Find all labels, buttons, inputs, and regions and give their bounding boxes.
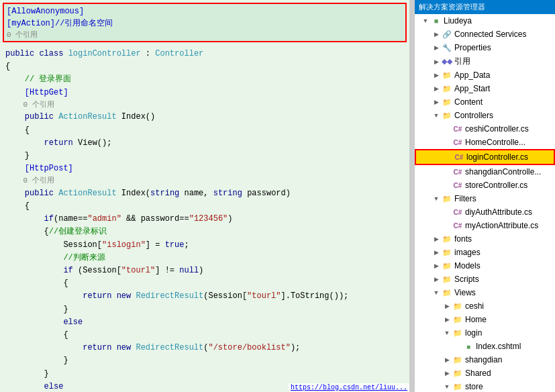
- sidebar-item-properties[interactable]: 🔧 Properties: [415, 41, 555, 54]
- code-line: }: [5, 303, 404, 316]
- expand-arrow: [442, 368, 452, 379]
- app-data-label: App_Data: [454, 70, 490, 80]
- root-label: Liudeya: [444, 16, 472, 26]
- sidebar-item-store-controller[interactable]: C# storeController.cs: [415, 179, 555, 192]
- sidebar-item-connected-services[interactable]: 🔗 Connected Services: [415, 28, 555, 41]
- sidebar-item-views-shared[interactable]: 📁 Shared: [415, 366, 555, 380]
- expand-arrow: [431, 234, 442, 244]
- project-icon: ■: [431, 15, 442, 26]
- sidebar-item-views-home[interactable]: 📁 Home: [415, 313, 555, 326]
- views-home-label: Home: [465, 315, 487, 324]
- folder-icon: 📁: [452, 354, 463, 365]
- folder-icon: 📁: [442, 260, 452, 271]
- sidebar-item-app-data[interactable]: 📁 App_Data: [415, 68, 555, 82]
- expand-arrow: [431, 83, 442, 94]
- folder-icon: 📁: [442, 274, 452, 285]
- cs-file-icon: C#: [452, 137, 463, 148]
- sidebar-item-filters[interactable]: 📁 Filters: [415, 192, 555, 205]
- code-line: if(name=="admin" && password=="123456"): [5, 213, 404, 226]
- folder-icon: 📁: [442, 193, 452, 204]
- folder-icon: 📁: [442, 83, 452, 94]
- cs-file-icon: C#: [452, 220, 463, 231]
- expand-arrow: [442, 137, 452, 148]
- code-panel: [AllowAnonymous] [myAction]//引用命名空间 0 个引…: [0, 0, 410, 392]
- code-line: if (Session["tourl"] != null): [5, 264, 404, 277]
- expand-arrow: [442, 166, 452, 177]
- sidebar-item-content[interactable]: 📁 Content: [415, 95, 555, 109]
- code-line: }: [5, 368, 404, 381]
- sidebar-item-views-shangdian[interactable]: 📁 shangdian: [415, 353, 555, 366]
- sidebar-item-app-start[interactable]: 📁 App_Start: [415, 82, 555, 95]
- expand-arrow: [442, 124, 452, 134]
- expand-arrow: [452, 341, 463, 352]
- store-controller-label: storeController.cs: [465, 181, 527, 190]
- code-line: [HttpGet]: [5, 87, 404, 99]
- scripts-label: Scripts: [454, 275, 479, 284]
- code-line: //判断来源: [5, 252, 404, 264]
- expand-arrow: [431, 247, 442, 258]
- code-line: {: [5, 200, 404, 213]
- my-action-line: [myAction]//引用命名空间: [7, 17, 403, 30]
- sidebar-item-images[interactable]: 📁 images: [415, 246, 555, 259]
- sidebar-item-views-store[interactable]: 📁 store: [415, 380, 555, 392]
- views-ceshi-label: ceshi: [465, 301, 484, 311]
- code-line: public ActionResult Index(): [5, 111, 404, 124]
- folder-icon: 📁: [442, 110, 452, 121]
- code-line: {: [5, 329, 404, 342]
- solution-explorer: 解决方案资源管理器 ■ Liudeya 🔗 Connected Services…: [414, 0, 555, 392]
- code-line: else: [5, 316, 404, 329]
- code-line: {: [5, 277, 404, 290]
- models-label: Models: [454, 261, 481, 271]
- code-line: return new RedirectResult("/store/bookli…: [5, 342, 404, 354]
- expand-arrow: [431, 56, 442, 67]
- folder-icon: 📁: [442, 97, 452, 107]
- folder-icon: 📁: [452, 314, 463, 325]
- expand-arrow: [431, 70, 442, 81]
- solution-explorer-header: 解决方案资源管理器: [415, 0, 555, 14]
- code-line: {: [5, 60, 404, 73]
- views-shared-label: Shared: [465, 369, 491, 378]
- cshtml-icon: ■: [463, 341, 474, 352]
- folder-icon: 📁: [442, 234, 452, 244]
- sidebar-item-views-ceshi[interactable]: 📁 ceshi: [415, 299, 555, 313]
- images-label: images: [454, 248, 481, 257]
- expand-arrow: [431, 29, 442, 40]
- code-attribute-box: [AllowAnonymous] [myAction]//引用命名空间 0 个引…: [3, 3, 407, 42]
- code-line: return new RedirectResult(Session["tourl…: [5, 290, 404, 303]
- sidebar-item-ceshi-controller[interactable]: C# ceshiController.cs: [415, 122, 555, 136]
- sidebar-item-controllers[interactable]: 📁 Controllers: [415, 109, 555, 122]
- code-line: return View();: [5, 137, 404, 150]
- folder-icon: 📁: [452, 328, 463, 338]
- sidebar-item-diy-auth[interactable]: C# diyAuthAttribute.cs: [415, 205, 555, 219]
- code-line: {: [5, 124, 404, 137]
- sidebar-item-models[interactable]: 📁 Models: [415, 259, 555, 273]
- filters-label: Filters: [454, 194, 476, 203]
- ceshi-controller-label: ceshiController.cs: [465, 124, 529, 134]
- sidebar-item-scripts[interactable]: 📁 Scripts: [415, 273, 555, 286]
- expand-arrow: [442, 180, 452, 191]
- views-label: Views: [454, 288, 476, 297]
- ref-label: 引用: [454, 56, 470, 67]
- tree-root[interactable]: ■ Liudeya: [415, 14, 555, 28]
- sidebar-item-ref[interactable]: ◆◆ 引用: [415, 54, 555, 68]
- expand-arrow: [431, 42, 442, 53]
- sidebar-item-home-controller[interactable]: C# HomeControlle...: [415, 136, 555, 149]
- sidebar-item-login-controller[interactable]: C# loginController.cs: [415, 149, 555, 165]
- expand-arrow: [442, 314, 452, 325]
- sidebar-item-index-cshtml[interactable]: ■ Index.cshtml: [415, 340, 555, 353]
- expand-arrow: [420, 15, 431, 26]
- bottom-url[interactable]: https://blog.csdn.net/liuu...: [289, 383, 409, 392]
- sidebar-item-myaction[interactable]: C# myActionAttribute.cs: [415, 219, 555, 232]
- login-controller-label: loginController.cs: [466, 152, 528, 162]
- connected-services-label: Connected Services: [454, 30, 526, 39]
- folder-icon: 📁: [452, 381, 463, 392]
- sidebar-item-views[interactable]: 📁 Views: [415, 286, 555, 299]
- sidebar-item-views-login[interactable]: 📁 login: [415, 326, 555, 340]
- views-store-label: store: [465, 382, 483, 391]
- code-line: public ActionResult Index(string name, s…: [5, 187, 404, 200]
- sidebar-item-shangdian-controller[interactable]: C# shangdianControlle...: [415, 165, 555, 179]
- folder-icon: 📁: [442, 287, 452, 298]
- expand-arrow: [431, 287, 442, 298]
- sidebar-item-fonts[interactable]: 📁 fonts: [415, 232, 555, 246]
- expand-arrow: [431, 193, 442, 204]
